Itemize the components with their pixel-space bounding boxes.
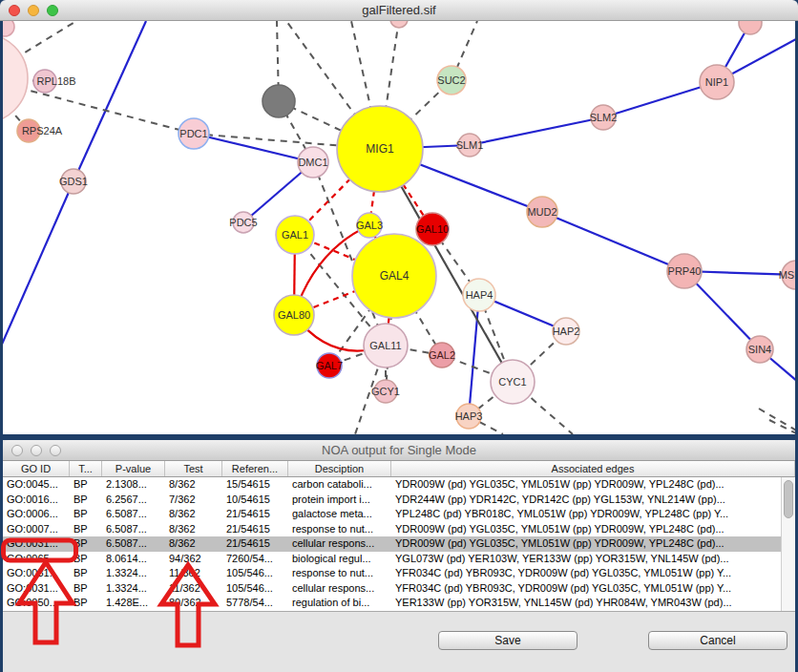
table-cell[interactable]: 21/54615 xyxy=(222,507,288,522)
node-GAL10[interactable]: GAL10 xyxy=(416,213,449,245)
table-cell[interactable]: 6.5087... xyxy=(102,507,165,522)
table-cell[interactable]: 8/362 xyxy=(165,522,222,537)
table-cell[interactable]: response to nut... xyxy=(288,566,391,581)
column-header[interactable]: Associated edges xyxy=(391,461,795,476)
node-MUD2[interactable]: MUD2 xyxy=(527,197,557,227)
node-HAP4[interactable]: HAP4 xyxy=(463,279,495,311)
table-cell[interactable]: 11/362 xyxy=(165,566,222,581)
node-GAL4[interactable]: GAL4 xyxy=(352,234,436,318)
table-cell[interactable]: 10/54615 xyxy=(222,493,288,508)
column-header[interactable]: Referen... xyxy=(222,461,288,476)
table-row[interactable]: GO:0045...BP2.1308...8/36215/54615carbon… xyxy=(3,477,781,493)
node-DARK[interactable] xyxy=(262,85,295,117)
node-GAL80[interactable]: GAL80 xyxy=(274,295,314,335)
close-button[interactable] xyxy=(9,5,20,16)
node-corner[interactable] xyxy=(3,21,14,36)
table-cell[interactable]: GO:0031... xyxy=(3,581,70,597)
node-RPL18B[interactable]: RPL18B xyxy=(33,70,75,93)
node-TRN[interactable] xyxy=(739,21,762,34)
table-row[interactable]: GO:0007...BP6.5087...8/36221/54615respon… xyxy=(3,522,781,537)
table-row[interactable]: GO:0050...BP1.428E...80/3625778/54...reg… xyxy=(3,596,781,611)
edge-pp[interactable] xyxy=(470,117,603,145)
table-cell[interactable]: BP xyxy=(70,493,102,508)
edge-pp[interactable] xyxy=(3,181,74,348)
table-cell[interactable]: 105/546... xyxy=(222,581,288,597)
table-cell[interactable]: galactose meta... xyxy=(288,507,391,522)
table-cell[interactable]: 15/54615 xyxy=(222,477,288,493)
table-cell[interactable]: GO:0007... xyxy=(3,522,70,537)
table-cell[interactable]: BP xyxy=(70,581,102,597)
scrollbar-thumb[interactable] xyxy=(784,480,793,518)
table-cell[interactable]: 6.5087... xyxy=(102,522,165,537)
table-cell[interactable]: 6.5087... xyxy=(102,536,165,552)
table-cell[interactable]: 5778/54... xyxy=(222,596,288,611)
table-cell[interactable]: GO:0006... xyxy=(3,507,70,522)
node-SLM2[interactable]: SLM2 xyxy=(590,105,618,130)
table-cell[interactable]: 7/362 xyxy=(165,493,222,508)
minimize-button[interactable] xyxy=(28,5,39,16)
table-cell[interactable]: BP xyxy=(70,477,102,493)
close-button-inactive[interactable] xyxy=(11,445,23,456)
table-cell[interactable]: BP xyxy=(70,596,102,611)
cancel-button[interactable]: Cancel xyxy=(648,631,788,650)
table-cell[interactable]: 2.1308... xyxy=(102,477,165,493)
table-cell[interactable]: YFR034C (pd) YBR093C, YDR009W (pd) YGL03… xyxy=(391,566,781,581)
network-window-titlebar[interactable]: galFiltered.sif xyxy=(0,0,798,21)
table-cell[interactable]: 1.3324... xyxy=(102,581,165,597)
column-header[interactable]: T... xyxy=(70,461,102,476)
table-cell[interactable]: 1.3324... xyxy=(102,566,165,581)
node-PDC1[interactable]: PDC1 xyxy=(178,118,209,149)
zoom-button[interactable] xyxy=(47,5,58,16)
node-bigleft[interactable] xyxy=(3,33,28,123)
table-cell[interactable]: 8/362 xyxy=(165,536,222,552)
node-DMC1[interactable]: DMC1 xyxy=(298,147,328,178)
table-cell[interactable]: 8/362 xyxy=(165,507,222,522)
table-cell[interactable]: YDR009W (pd) YGL035C, YML051W (pp) YDR00… xyxy=(391,477,781,493)
table-cell[interactable]: GO:0050... xyxy=(3,596,70,611)
node-SLM1[interactable]: SLM1 xyxy=(456,134,484,157)
table-cell[interactable]: protein import i... xyxy=(288,493,391,508)
node-RPS24A[interactable]: RPS24A xyxy=(17,119,63,142)
table-cell[interactable]: GO:0016... xyxy=(3,493,70,508)
table-cell[interactable]: 21/54615 xyxy=(222,536,288,552)
table-cell[interactable]: 1.428E... xyxy=(102,596,165,611)
node-GCY1[interactable]: GCY1 xyxy=(371,380,400,403)
node-SUC2[interactable]: SUC2 xyxy=(437,66,466,94)
table-cell[interactable]: YER133W (pp) YOR315W, YNL145W (pd) YHR08… xyxy=(391,596,781,611)
table-cell[interactable]: YPL248C (pd) YBR018C, YML051W (pp) YDR00… xyxy=(391,507,781,522)
edge-dashed[interactable] xyxy=(759,409,795,431)
table-cell[interactable]: 94/362 xyxy=(165,552,222,567)
node-GAL2[interactable]: GAL2 xyxy=(429,343,455,368)
column-header[interactable]: P-value xyxy=(102,461,165,476)
zoom-button-inactive[interactable] xyxy=(50,445,61,456)
node-GAL7[interactable]: GAL7 xyxy=(316,353,343,378)
network-canvas[interactable]: RPL18BRPS24AGDS1PDC1DMC1MIG1SUC2SLM1SLM2… xyxy=(3,21,795,434)
node-GAL3[interactable]: GAL3 xyxy=(356,213,383,238)
table-row[interactable]: GO:0031...BP6.5087...8/36221/54615cellul… xyxy=(3,536,781,552)
table-cell[interactable]: 6.2567... xyxy=(102,493,165,508)
table-cell[interactable]: BP xyxy=(70,536,102,552)
node-MSL1[interactable]: MSL1 xyxy=(779,261,795,289)
table-row[interactable]: GO:0065...BP8.0614...94/3627260/54...bio… xyxy=(3,552,781,567)
table-cell[interactable]: regulation of bi... xyxy=(288,596,391,611)
node-SIN4[interactable]: SIN4 xyxy=(746,336,773,363)
node-GAL1[interactable]: GAL1 xyxy=(276,216,314,254)
table-row[interactable]: GO:0016...BP6.2567...7/36210/54615protei… xyxy=(3,493,781,508)
table-cell[interactable]: carbon cataboli... xyxy=(288,477,391,493)
save-button[interactable]: Save xyxy=(438,631,578,650)
column-header[interactable]: GO ID xyxy=(3,461,70,476)
table-cell[interactable]: 21/54615 xyxy=(222,522,288,537)
table-cell[interactable]: YDR244W (pp) YDR142C, YDR142C (pp) YGL15… xyxy=(391,493,781,508)
table-cell[interactable]: cellular respons... xyxy=(288,536,391,552)
edge-pp[interactable] xyxy=(542,212,684,271)
table-cell[interactable]: GO:0045... xyxy=(3,477,70,493)
table-cell[interactable]: 11/362 xyxy=(165,581,222,597)
table-cell[interactable]: BP xyxy=(70,552,102,567)
table-row[interactable]: GO:0031...BP1.3324...11/362105/546...cel… xyxy=(3,581,781,597)
table-cell[interactable]: GO:0031... xyxy=(3,566,70,581)
table-cell[interactable]: 80/362 xyxy=(165,596,222,611)
node-HAP2[interactable]: HAP2 xyxy=(553,318,580,345)
column-header[interactable]: Desciption xyxy=(288,461,391,476)
node-MIG1[interactable]: MIG1 xyxy=(337,106,423,192)
table-cell[interactable]: YGL073W (pd) YER103W, YER133W (pp) YOR31… xyxy=(391,552,781,567)
